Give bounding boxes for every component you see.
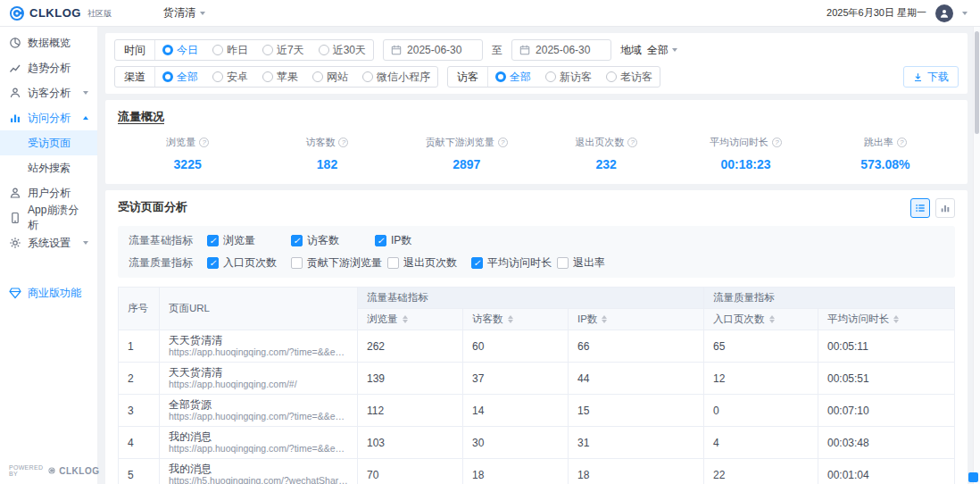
column-header[interactable]: 平均访问时长 [818, 309, 955, 330]
metric-value: 2897 [397, 157, 536, 171]
edition-badge: 社区版 [87, 8, 112, 20]
info-icon[interactable]: ? [199, 138, 209, 147]
floating-widget[interactable] [968, 472, 978, 482]
sort-desc-icon [893, 320, 899, 323]
radio-option[interactable]: 老访客 [599, 70, 660, 85]
filter-panel: 时间 今日昨日近7天近30天 2025-06-30 至 2025-06-30 [105, 33, 968, 94]
region-select[interactable]: 全部 [647, 43, 677, 58]
radio-option[interactable]: 近7天 [255, 43, 311, 58]
page-cell: 全部货源https://app.huoqingqing.com/?time=&&… [160, 395, 358, 427]
info-icon[interactable]: ? [897, 138, 907, 147]
scrollbar-thumb[interactable] [975, 31, 979, 134]
download-button[interactable]: 下载 [903, 66, 959, 88]
metric-value: 232 [536, 157, 676, 171]
sidebar-item-commercial-features[interactable]: 商业版功能 [0, 280, 97, 305]
checkbox-option[interactable]: ✓访客数 [291, 233, 370, 248]
time-radio-group: 今日昨日近7天近30天 [155, 43, 373, 58]
info-icon[interactable]: ? [338, 138, 348, 147]
page-cell: 我的消息https://h5.huoqingqing.com/?wechatSh… [160, 459, 358, 484]
checkbox-option[interactable]: ✓IP数 [375, 233, 453, 248]
cell-value: 30 [463, 427, 569, 459]
column-header[interactable]: 访客数 [463, 309, 569, 330]
sort-desc-icon [403, 320, 408, 323]
radio-option[interactable]: 安卓 [205, 70, 255, 85]
radio-label: 全部 [510, 70, 531, 85]
sort-icon[interactable] [508, 315, 513, 323]
sidebar-item-visitor-analysis[interactable]: 访客分析 [0, 80, 97, 105]
checkbox-option[interactable]: 退出页次数 [387, 255, 466, 271]
sort-icon[interactable] [403, 315, 408, 323]
radio-option[interactable]: 新访客 [538, 70, 599, 85]
sidebar-item-data-overview[interactable]: 数据概览 [0, 30, 97, 55]
column-header-label: IP数 [577, 313, 597, 324]
clklog-logo-icon [48, 466, 55, 475]
radio-label: 新访客 [560, 70, 592, 85]
chart-view-toggle[interactable] [935, 198, 955, 218]
radio-label: 近7天 [277, 43, 304, 58]
table-row: 4我的消息https://app.huoqingqing.com/?time=&… [119, 427, 955, 459]
bar-chart-icon [940, 203, 951, 213]
sidebar-item-app-crash-analysis[interactable]: App崩溃分析 [0, 205, 97, 230]
radio-option[interactable]: 苹果 [255, 70, 305, 85]
sidebar-item-visited-pages[interactable]: 受访页面 [0, 130, 97, 155]
radio-option[interactable]: 今日 [155, 43, 205, 58]
sidebar-item-system-settings[interactable]: 系统设置 [0, 230, 97, 255]
radio-label: 近30天 [333, 43, 366, 58]
checkbox-label: 退出页次数 [403, 255, 457, 271]
sort-icon[interactable] [769, 315, 775, 323]
column-header[interactable]: 浏览量 [358, 309, 463, 330]
checkbox-option[interactable]: 贡献下游浏览量 [291, 255, 382, 271]
avatar[interactable] [935, 4, 953, 22]
metric-value: 00:18:23 [676, 157, 815, 171]
sort-icon[interactable] [602, 315, 607, 323]
date-from-input[interactable]: 2025-06-30 [383, 39, 483, 61]
checkbox-option[interactable]: ✓入口页次数 [207, 255, 286, 271]
radio-icon [162, 71, 173, 82]
table-row: 5我的消息https://h5.huoqingqing.com/?wechatS… [119, 459, 955, 484]
radio-option[interactable]: 网站 [305, 70, 355, 85]
radio-option[interactable]: 昨日 [205, 43, 255, 58]
radio-option[interactable]: 近30天 [311, 43, 373, 58]
checkbox-option[interactable]: 退出率 [557, 255, 635, 271]
metric-label: 跳出率? [816, 136, 955, 149]
cell-value: 112 [358, 395, 463, 427]
date-to-input[interactable]: 2025-06-30 [511, 39, 611, 61]
metric: 平均访问时长?00:18:23 [676, 136, 815, 171]
sidebar-item-visit-analysis[interactable]: 访问分析 [0, 105, 97, 130]
column-header-label: 入口页次数 [713, 313, 765, 324]
checkbox-icon [557, 257, 569, 269]
vertical-scrollbar[interactable] [973, 27, 980, 484]
sort-icon[interactable] [893, 315, 899, 323]
radio-option[interactable]: 全部 [488, 70, 538, 85]
checkbox-option[interactable]: ✓浏览量 [207, 233, 286, 248]
column-header-label: 访客数 [472, 313, 503, 324]
radio-label: 网站 [327, 70, 348, 85]
radio-option[interactable]: 微信小程序 [355, 70, 437, 85]
metric-label: 平均访问时长? [676, 136, 815, 149]
column-header[interactable]: 入口页次数 [704, 309, 818, 330]
account-menu-chevron-icon[interactable] [962, 12, 968, 15]
chevron-down-icon [672, 48, 677, 52]
sidebar-item-user-analysis[interactable]: 用户分析 [0, 180, 97, 205]
cell-value: 22 [704, 459, 818, 484]
project-selector[interactable]: 货清清 [163, 5, 205, 21]
sidebar-item-external-search[interactable]: 站外搜索 [0, 155, 97, 180]
metric-selector-panel: 流量基础指标 ✓浏览量✓访客数✓IP数 流量质量指标 ✓入口页次数贡献下游浏览量… [118, 226, 955, 278]
radio-icon [495, 71, 506, 82]
info-icon[interactable]: ? [627, 138, 637, 147]
info-icon[interactable]: ? [498, 138, 508, 147]
metric-label: 贡献下游浏览量? [397, 136, 536, 149]
time-filter: 时间 今日昨日近7天近30天 [114, 39, 374, 61]
radio-option[interactable]: 全部 [155, 70, 205, 85]
sort-asc-icon [508, 315, 513, 319]
sidebar-item-trend-analysis[interactable]: 趋势分析 [0, 55, 97, 80]
column-header[interactable]: IP数 [569, 309, 704, 330]
cell-value: 14 [463, 395, 569, 427]
radio-icon [162, 45, 173, 55]
info-icon[interactable]: ? [772, 138, 782, 147]
radio-icon [212, 45, 223, 55]
checkbox-option[interactable]: ✓平均访问时长 [471, 255, 552, 271]
cell-value: 31 [569, 427, 704, 459]
app-header: CLKLOG 社区版 货清清 2025年6月30日 星期一 [0, 0, 980, 27]
list-view-toggle[interactable] [910, 198, 930, 218]
